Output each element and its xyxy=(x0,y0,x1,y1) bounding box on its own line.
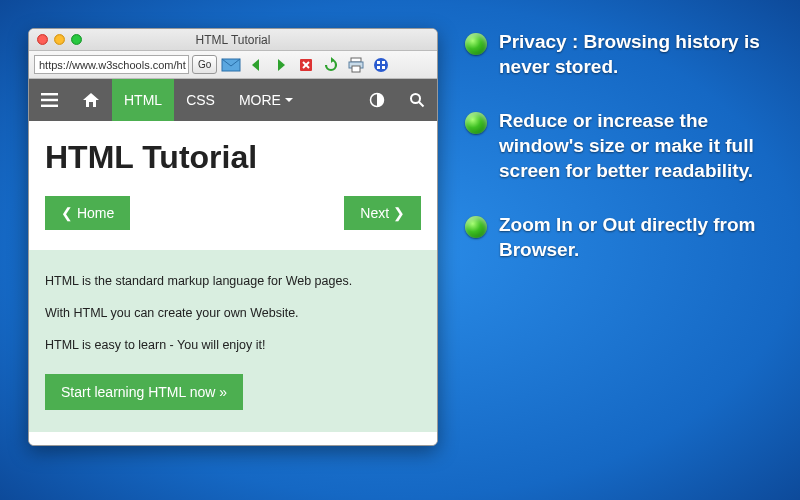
browser-toolbar: https://www.w3schools.com/ht Go xyxy=(29,51,437,79)
zoom-button[interactable] xyxy=(71,34,82,45)
reload-icon[interactable] xyxy=(320,54,342,76)
close-button[interactable] xyxy=(37,34,48,45)
svg-rect-13 xyxy=(377,66,380,69)
home-icon[interactable] xyxy=(70,79,112,121)
svg-point-20 xyxy=(411,94,420,103)
intro-panel: HTML is the standard markup language for… xyxy=(29,250,437,432)
go-button[interactable]: Go xyxy=(192,55,217,74)
feature-list: Privacy : Browsing history is never stor… xyxy=(465,30,780,293)
browser-window: HTML Tutorial https://www.w3schools.com/… xyxy=(28,28,438,446)
theme-icon[interactable] xyxy=(357,79,397,121)
svg-point-10 xyxy=(374,58,388,72)
apps-icon[interactable] xyxy=(370,54,392,76)
nav-more[interactable]: MORE xyxy=(227,79,305,121)
stop-icon[interactable] xyxy=(295,54,317,76)
window-controls xyxy=(37,34,82,45)
start-learning-button[interactable]: Start learning HTML now » xyxy=(45,374,243,410)
nav-html[interactable]: HTML xyxy=(112,79,174,121)
feature-text: Privacy : Browsing history is never stor… xyxy=(499,30,780,79)
forward-icon[interactable] xyxy=(270,54,292,76)
feature-item: Reduce or increase the window's size or … xyxy=(465,109,780,183)
svg-rect-15 xyxy=(41,93,58,95)
home-button[interactable]: ❮ Home xyxy=(45,196,130,230)
intro-text-1: HTML is the standard markup language for… xyxy=(45,274,421,288)
feature-item: Privacy : Browsing history is never stor… xyxy=(465,30,780,79)
feature-text: Zoom In or Out directly from Browser. xyxy=(499,213,780,262)
site-nav: HTML CSS MORE xyxy=(29,79,437,121)
minimize-button[interactable] xyxy=(54,34,65,45)
svg-line-21 xyxy=(419,102,424,107)
menu-icon[interactable] xyxy=(29,79,70,121)
search-icon[interactable] xyxy=(397,79,437,121)
next-button[interactable]: Next ❯ xyxy=(344,196,421,230)
url-input[interactable]: https://www.w3schools.com/ht xyxy=(34,55,189,74)
svg-rect-14 xyxy=(382,66,385,69)
bullet-icon xyxy=(465,33,487,55)
bullet-icon xyxy=(465,216,487,238)
print-icon[interactable] xyxy=(345,54,367,76)
back-icon[interactable] xyxy=(245,54,267,76)
svg-rect-16 xyxy=(41,99,58,101)
envelope-icon[interactable] xyxy=(220,54,242,76)
svg-rect-12 xyxy=(382,61,385,64)
svg-marker-18 xyxy=(83,93,99,107)
feature-text: Reduce or increase the window's size or … xyxy=(499,109,780,183)
svg-marker-2 xyxy=(278,59,285,71)
svg-rect-9 xyxy=(352,66,360,72)
titlebar: HTML Tutorial xyxy=(29,29,437,51)
feature-item: Zoom In or Out directly from Browser. xyxy=(465,213,780,262)
svg-marker-1 xyxy=(252,59,259,71)
svg-rect-11 xyxy=(377,61,380,64)
intro-text-2: With HTML you can create your own Websit… xyxy=(45,306,421,320)
svg-rect-17 xyxy=(41,105,58,107)
page-content: HTML Tutorial ❮ Home Next ❯ HTML is the … xyxy=(29,121,437,432)
svg-rect-7 xyxy=(351,58,361,62)
bullet-icon xyxy=(465,112,487,134)
webview: HTML CSS MORE HTML Tutorial ❮ Home Next … xyxy=(29,79,437,445)
nav-css[interactable]: CSS xyxy=(174,79,227,121)
page-title: HTML Tutorial xyxy=(45,139,421,176)
window-title: HTML Tutorial xyxy=(29,33,437,47)
intro-text-3: HTML is easy to learn - You will enjoy i… xyxy=(45,338,421,352)
